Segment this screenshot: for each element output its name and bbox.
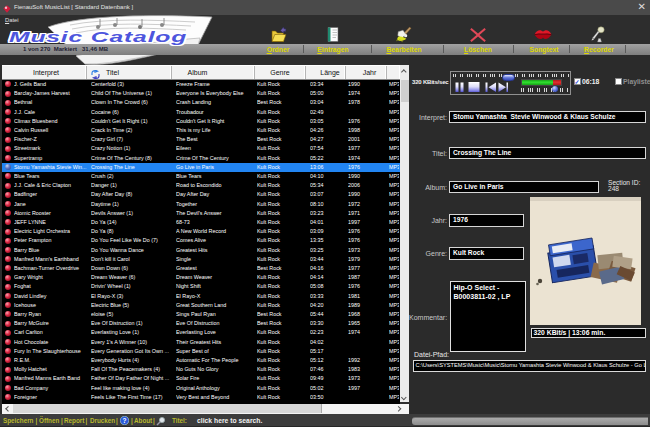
svg-text:?: ? (123, 417, 127, 424)
